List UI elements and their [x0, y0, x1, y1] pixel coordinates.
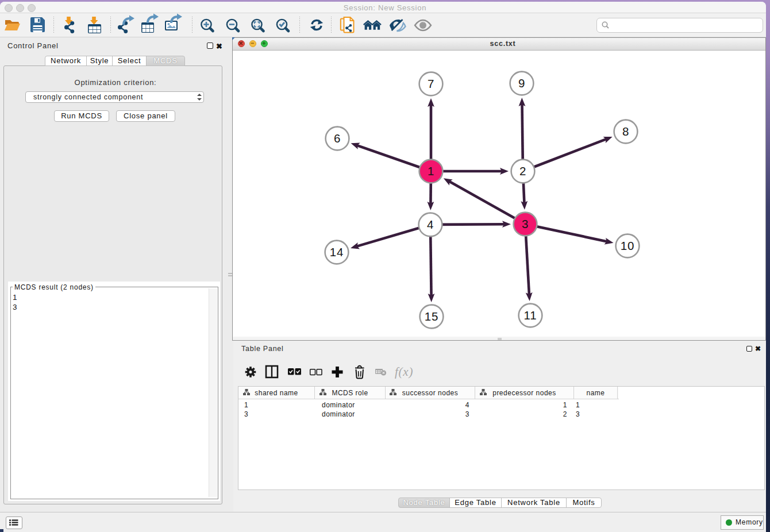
svg-text:11: 11 [524, 309, 537, 322]
svg-text:10: 10 [621, 239, 634, 252]
svg-text:2: 2 [519, 164, 526, 178]
svg-text:8: 8 [622, 125, 629, 138]
svg-text:7: 7 [428, 77, 434, 90]
svg-text:9: 9 [518, 76, 525, 90]
svg-text:f(x): f(x) [395, 365, 413, 379]
svg-text:1: 1 [428, 164, 434, 178]
svg-text:3: 3 [522, 217, 529, 230]
svg-text:14: 14 [330, 245, 344, 259]
svg-text:15: 15 [425, 310, 438, 323]
svg-text:4: 4 [427, 218, 434, 231]
svg-text:6: 6 [334, 132, 341, 145]
